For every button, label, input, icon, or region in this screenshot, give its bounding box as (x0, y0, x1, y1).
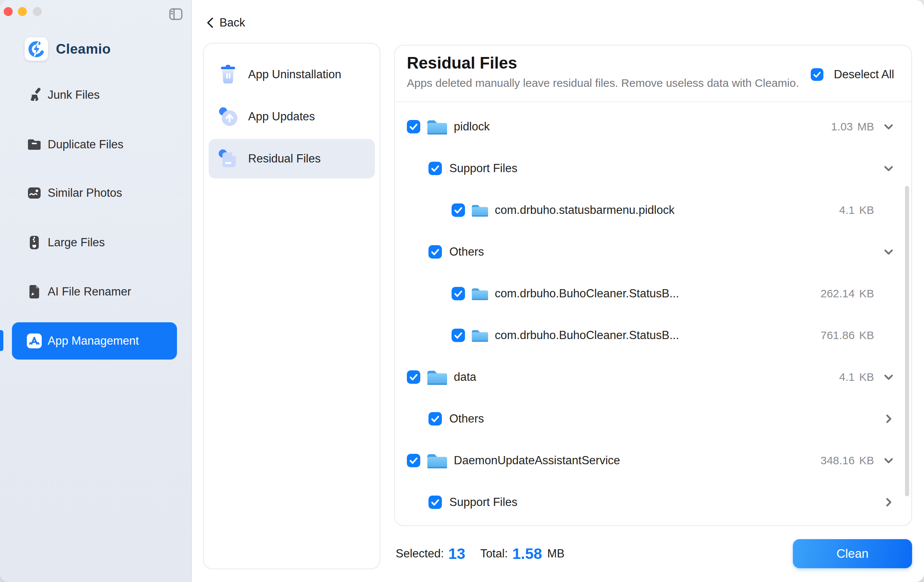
row-checkbox[interactable] (429, 412, 442, 425)
row-label: com.drbuho.BuhoCleaner.StatusB... (495, 329, 679, 342)
residual-doc-icon (218, 148, 238, 169)
chevron-down-icon[interactable] (880, 246, 894, 257)
sidebar-item-app-management[interactable]: App Management (12, 322, 177, 359)
sidebar-item-duplicate-files[interactable]: Duplicate Files (12, 133, 177, 157)
folder-icon (426, 452, 447, 469)
zoom-button[interactable] (33, 7, 42, 16)
large-file-icon (27, 235, 42, 250)
sidebar: Cleamio Junk Files Duplicate Files (0, 0, 192, 582)
row-size: 348.16KB (820, 454, 874, 467)
update-arrow-icon (218, 106, 238, 127)
module-label: Residual Files (248, 152, 321, 165)
file-row-daemonupdateassistantservice: DaemonUpdateAssistantService 348.16KB (395, 440, 911, 481)
sidebar-item-label: AI File Renamer (48, 285, 131, 298)
chevron-down-icon[interactable] (880, 163, 894, 174)
scrollbar[interactable] (905, 186, 909, 496)
row-label: Others (449, 412, 484, 425)
sidebar-item-label: Large Files (48, 236, 105, 249)
sidebar-item-similar-photos[interactable]: Similar Photos (12, 181, 177, 205)
photo-icon (27, 186, 42, 201)
back-button[interactable]: Back (206, 14, 245, 31)
row-checkbox[interactable] (407, 454, 420, 467)
selected-label: Selected: (396, 547, 444, 561)
clean-button[interactable]: Clean (793, 539, 912, 568)
chevron-right-icon[interactable] (880, 413, 894, 424)
file-row-data: data 4.1KB (395, 356, 911, 398)
module-item-residual-files[interactable]: Residual Files (209, 139, 375, 178)
row-label: Others (449, 245, 484, 259)
row-checkbox[interactable] (452, 287, 465, 300)
residual-files-panel: Residual Files Apps deleted manually lea… (394, 45, 912, 526)
row-checkbox[interactable] (407, 120, 420, 134)
chevron-right-icon[interactable] (880, 497, 894, 508)
app-window: Cleamio Junk Files Duplicate Files (0, 0, 924, 582)
row-label: DaemonUpdateAssistantService (454, 454, 620, 467)
chevron-left-icon (206, 17, 214, 29)
sidebar-item-label: Junk Files (48, 88, 100, 102)
app-title: Cleamio (56, 41, 111, 57)
row-label: com.drbuho.BuhoCleaner.StatusB... (495, 287, 679, 300)
row-size: 262.14KB (820, 287, 874, 300)
file-row-pidlock: pidlock 1.03MB (395, 106, 911, 148)
detail-header: Residual Files Apps deleted manually lea… (395, 45, 911, 102)
folder-icon (426, 369, 447, 386)
deselect-all-checkbox[interactable] (811, 68, 823, 81)
row-label: data (454, 370, 476, 384)
folder-icon (27, 137, 42, 152)
module-label: App Updates (248, 110, 315, 123)
row-label: Support Files (449, 162, 518, 175)
chevron-down-icon[interactable] (880, 121, 894, 132)
modules-panel: App Uninstallation App Updates (203, 43, 380, 569)
group-row-support-files-collapsed: Support Files (395, 481, 911, 523)
close-button[interactable] (4, 7, 13, 16)
module-item-app-uninstallation[interactable]: App Uninstallation (209, 55, 375, 94)
row-checkbox[interactable] (429, 162, 442, 175)
folder-icon (471, 328, 488, 343)
row-checkbox[interactable] (429, 496, 442, 509)
group-row-others: Others (395, 231, 911, 273)
sidebar-item-ai-file-renamer[interactable]: AI File Renamer (12, 280, 177, 304)
row-checkbox[interactable] (429, 245, 442, 259)
page-subtitle: Apps deleted manually leave residual fil… (407, 77, 799, 89)
deselect-all[interactable]: Deselect All (811, 68, 894, 81)
row-size: 4.1KB (839, 371, 874, 383)
row-checkbox[interactable] (452, 203, 465, 217)
file-row-buhocleaner-statusb-2: com.drbuho.BuhoCleaner.StatusB... 761.86… (395, 315, 911, 356)
sidebar-item-large-files[interactable]: Large Files (12, 231, 177, 254)
folder-icon (471, 287, 488, 301)
row-size: 4.1KB (839, 204, 874, 216)
rename-file-icon (27, 284, 42, 299)
folder-icon (426, 118, 447, 135)
row-label: com.drbuho.statusbarmenu.pidlock (495, 203, 674, 217)
module-label: App Uninstallation (248, 68, 341, 81)
sidebar-toggle-icon[interactable] (169, 8, 183, 20)
chevron-down-icon[interactable] (880, 371, 894, 383)
sidebar-item-label: App Management (48, 334, 139, 348)
total-unit: MB (547, 547, 565, 561)
group-row-support-files: Support Files (395, 148, 911, 189)
total-label: Total: (480, 547, 508, 561)
selection-summary: Selected: 13 Total: 1.58 MB (396, 539, 564, 568)
chevron-down-icon[interactable] (880, 455, 894, 466)
trash-icon (218, 64, 238, 85)
deselect-all-label: Deselect All (834, 68, 894, 81)
row-label: pidlock (454, 120, 490, 134)
row-label: Support Files (449, 496, 518, 509)
module-item-app-updates[interactable]: App Updates (209, 97, 375, 136)
group-row-others-collapsed: Others (395, 398, 911, 440)
selected-count: 13 (448, 545, 465, 562)
page-title: Residual Files (407, 54, 517, 72)
broom-icon (27, 87, 42, 102)
file-tree: pidlock 1.03MB Support Files com.drbuho.… (395, 102, 911, 523)
folder-icon (471, 203, 488, 217)
sidebar-item-label: Duplicate Files (48, 138, 123, 151)
row-checkbox[interactable] (452, 329, 465, 342)
total-value: 1.58 (512, 545, 542, 562)
cleamio-logo-icon (25, 37, 48, 61)
sidebar-item-junk-files[interactable]: Junk Files (12, 83, 177, 107)
row-checkbox[interactable] (407, 370, 420, 384)
brand: Cleamio (25, 37, 111, 61)
row-size: 761.86KB (820, 329, 874, 342)
minimize-button[interactable] (18, 7, 27, 16)
active-item-indicator (0, 330, 3, 351)
